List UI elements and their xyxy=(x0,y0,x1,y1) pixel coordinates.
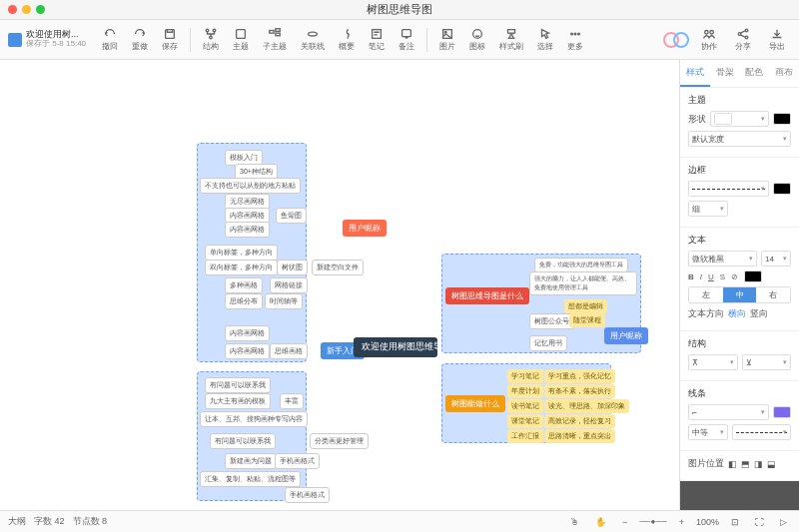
branch-node[interactable]: 树图思维导图是什么 xyxy=(445,287,529,304)
canvas[interactable]: 模板入门 30+种结构 不支持也可以从别的地方粘贴 无尽画网格 内容画网格 鱼骨… xyxy=(0,60,679,510)
styler-button[interactable]: 样式刷 xyxy=(493,25,529,54)
bold-button[interactable]: B xyxy=(688,272,694,281)
share-button[interactable]: 分享 xyxy=(729,25,757,54)
zoom-value[interactable]: 100% xyxy=(696,517,719,527)
user-tag[interactable]: 用户昵称 xyxy=(604,327,648,344)
tab-skeleton[interactable]: 骨架 xyxy=(710,60,740,87)
border-color[interactable] xyxy=(773,183,791,195)
imgpos-l[interactable]: ◧ xyxy=(728,459,737,469)
struct-select[interactable]: ⊼ xyxy=(688,354,738,370)
mindmap-node[interactable]: 有问题可以联系我 xyxy=(210,433,276,449)
line-dash[interactable] xyxy=(732,424,791,440)
mindmap-node[interactable]: 内容画网格 xyxy=(225,222,270,238)
subtheme-button[interactable]: 子主题 xyxy=(257,25,293,54)
shape-select[interactable] xyxy=(710,111,769,127)
border-style[interactable] xyxy=(688,181,769,197)
mindmap-node[interactable]: 免费，功能强大的思维导图工具 xyxy=(534,258,628,272)
mindmap-node[interactable]: 高效记录，轻松复习 xyxy=(544,414,615,428)
mindmap-node[interactable]: 课堂笔记 xyxy=(507,414,543,428)
mindmap-node[interactable]: 学习笔记 xyxy=(507,369,543,383)
file-info[interactable]: 欢迎使用树... 保存于 5-8 15:40 xyxy=(8,30,86,49)
select-button[interactable]: 选择 xyxy=(531,25,559,54)
root-node[interactable]: 欢迎使用树图思维导图 ——入门指南 xyxy=(354,337,437,357)
maximize-icon[interactable] xyxy=(36,5,45,14)
summary-button[interactable]: 概要 xyxy=(333,25,361,54)
tab-color[interactable]: 配色 xyxy=(740,60,770,87)
mindmap-node[interactable]: 单向标签，多种方向 xyxy=(205,245,278,261)
mindmap-node[interactable]: 分类画更好管理 xyxy=(310,433,369,449)
redo-button[interactable]: 重做 xyxy=(126,25,154,54)
more-button[interactable]: 更多 xyxy=(561,25,589,54)
save-button[interactable]: 保存 xyxy=(156,25,184,54)
export-button[interactable]: 导出 xyxy=(763,25,791,54)
mindmap-node[interactable]: 强大的脑力，让人人都能便、高效、免费地使用管理工具 xyxy=(529,271,637,295)
mindmap-node[interactable]: 树状图 xyxy=(277,260,308,275)
mindmap-node[interactable]: 学习重点，强化记忆 xyxy=(544,369,615,383)
imgpos-r[interactable]: ◨ xyxy=(754,459,763,469)
mindmap-node[interactable]: 有问题可以联系我 xyxy=(205,377,271,393)
mindmap-node[interactable]: 时间轴等 xyxy=(265,293,303,309)
minimize-icon[interactable] xyxy=(22,5,31,14)
mindmap-node[interactable]: 新建空白文件 xyxy=(312,260,364,275)
mindmap-node[interactable]: 读书笔记 xyxy=(507,399,543,413)
mindmap-node[interactable]: 思路清晰，重点突出 xyxy=(544,429,615,443)
tab-canvas[interactable]: 画布 xyxy=(769,60,799,87)
border-weight[interactable]: 细 xyxy=(688,201,728,217)
theme-button[interactable]: 主题 xyxy=(227,25,255,54)
fit-button[interactable]: ⊡ xyxy=(727,515,743,529)
mouse-mode-icon[interactable]: 🖱 xyxy=(566,515,583,529)
undo-button[interactable]: 撤回 xyxy=(96,25,124,54)
fullscreen-button[interactable]: ⛶ xyxy=(751,515,768,529)
text-color[interactable] xyxy=(744,270,762,282)
mindmap-node[interactable]: 让本、互邦、搜狗画种专写内容 xyxy=(200,411,308,427)
mindmap-node[interactable]: 想都是编辑 xyxy=(564,299,607,313)
mindmap-node[interactable]: 随堂课程 xyxy=(569,313,605,327)
line-style[interactable]: ⌐ xyxy=(688,404,769,420)
mindmap-node[interactable]: 记忆用书 xyxy=(529,335,567,351)
remark-button[interactable]: 备注 xyxy=(393,25,420,54)
collab-avatars[interactable] xyxy=(663,32,689,48)
note-button[interactable]: 笔记 xyxy=(363,25,391,54)
align-seg[interactable]: 左中右 xyxy=(688,286,791,303)
user-tag[interactable]: 用户昵称 xyxy=(343,220,387,237)
hand-mode-icon[interactable]: ✋ xyxy=(591,515,610,529)
outline-button[interactable]: 大纲 xyxy=(8,515,26,528)
font-select[interactable]: 微软雅黑 xyxy=(688,251,757,266)
mindmap-node[interactable]: 内容画网格 xyxy=(225,343,270,359)
zoom-in-button[interactable]: + xyxy=(675,515,688,529)
mindmap-node[interactable]: 双向标签，多种方向 xyxy=(205,260,278,275)
mindmap-node[interactable]: 有条不紊，落实执行 xyxy=(544,384,615,398)
clear-button[interactable]: ⊘ xyxy=(731,272,738,281)
strike-button[interactable]: S xyxy=(720,272,725,281)
mindmap-node[interactable]: 丰富 xyxy=(280,393,304,409)
struct-select2[interactable]: ⊻ xyxy=(742,354,792,370)
fontsize-select[interactable]: 14 xyxy=(761,251,791,266)
dir-v[interactable]: 竖向 xyxy=(750,307,768,320)
mindmap-node[interactable]: 九大主有画的模板 xyxy=(205,393,271,409)
mindmap-node[interactable]: 多种画格 xyxy=(225,277,263,293)
line-color[interactable] xyxy=(773,406,791,418)
mindmap-node[interactable]: 思维分布 xyxy=(225,293,263,309)
line-weight[interactable]: 中等 xyxy=(688,424,728,440)
underline-button[interactable]: U xyxy=(708,272,714,281)
dir-h[interactable]: 横向 xyxy=(728,307,746,320)
mindmap-node[interactable]: 新建画为问题 xyxy=(225,453,277,469)
structure-button[interactable]: 结构 xyxy=(197,25,225,54)
branch-node[interactable]: 树图能做什么 xyxy=(445,395,505,412)
imgpos-t[interactable]: ⬒ xyxy=(741,459,750,469)
mindmap-node[interactable]: 年度计划 xyxy=(507,384,543,398)
tab-style[interactable]: 样式 xyxy=(680,60,710,87)
mindmap-node[interactable]: 内容画网格 xyxy=(225,325,270,341)
mindmap-node[interactable]: 树图公众号 xyxy=(529,313,574,329)
collab-button[interactable]: 协作 xyxy=(695,25,723,54)
mindmap-node[interactable]: 网格链接 xyxy=(270,277,308,293)
close-icon[interactable] xyxy=(8,5,17,14)
zoom-out-button[interactable]: − xyxy=(618,515,631,529)
imgpos-b[interactable]: ⬓ xyxy=(767,459,776,469)
color-swatch[interactable] xyxy=(773,113,791,125)
mindmap-node[interactable]: 手机画格式 xyxy=(275,453,320,469)
image-button[interactable]: 图片 xyxy=(433,25,461,54)
mindmap-node[interactable]: 不支持也可以从别的地方粘贴 xyxy=(200,178,301,194)
italic-button[interactable]: I xyxy=(700,272,702,281)
icon-button[interactable]: 图标 xyxy=(463,25,491,54)
